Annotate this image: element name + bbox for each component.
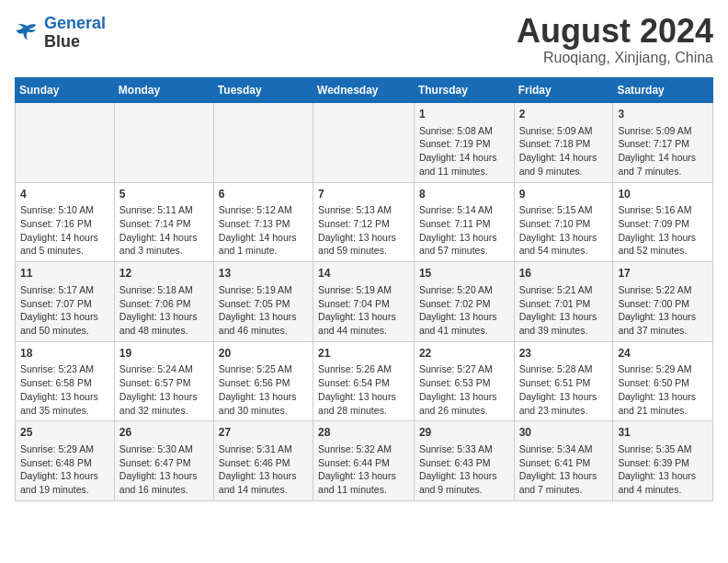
calendar-cell: 13Sunrise: 5:19 AMSunset: 7:05 PMDayligh… — [213, 262, 313, 342]
day-number: 26 — [119, 425, 209, 441]
day-info-line: Sunset: 7:14 PM — [119, 217, 209, 231]
day-info-line: Daylight: 13 hours — [618, 469, 708, 483]
column-header-friday: Friday — [514, 78, 613, 103]
day-number: 1 — [419, 107, 509, 122]
day-info-line: Sunrise: 5:27 AM — [419, 362, 509, 376]
day-info-line: Daylight: 13 hours — [318, 310, 409, 324]
day-info-line: and 3 minutes. — [119, 244, 209, 258]
day-info-line: and 54 minutes. — [519, 244, 609, 258]
day-number: 3 — [618, 107, 708, 122]
day-info-line: and 32 minutes. — [119, 404, 209, 418]
day-number: 15 — [419, 266, 509, 282]
day-info-line: Daylight: 13 hours — [519, 390, 609, 404]
day-info-line: Sunrise: 5:10 AM — [20, 203, 109, 217]
calendar-title: August 2024 — [517, 15, 713, 48]
day-info-line: Sunrise: 5:29 AM — [618, 362, 708, 376]
day-info-line: and 14 minutes. — [219, 483, 308, 497]
day-info-line: and 23 minutes. — [519, 404, 609, 418]
day-number: 29 — [419, 425, 509, 441]
calendar-week-row: 25Sunrise: 5:29 AMSunset: 6:48 PMDayligh… — [16, 421, 713, 501]
day-info-line: Daylight: 13 hours — [519, 231, 609, 245]
day-info-line: and 19 minutes. — [20, 483, 109, 497]
calendar-cell: 14Sunrise: 5:19 AMSunset: 7:04 PMDayligh… — [313, 262, 415, 342]
day-info-line: Daylight: 13 hours — [219, 469, 308, 483]
day-info-line: Daylight: 13 hours — [119, 390, 209, 404]
day-info-line: and 39 minutes. — [519, 324, 609, 338]
day-info-line: Sunset: 7:18 PM — [519, 137, 609, 151]
calendar-cell: 22Sunrise: 5:27 AMSunset: 6:53 PMDayligh… — [414, 341, 514, 421]
day-info-line: and 52 minutes. — [618, 244, 708, 258]
day-info-line: Sunset: 7:10 PM — [519, 217, 609, 231]
day-info-line: Sunrise: 5:35 AM — [618, 442, 708, 456]
calendar-cell: 23Sunrise: 5:28 AMSunset: 6:51 PMDayligh… — [514, 341, 613, 421]
day-info-line: Sunrise: 5:26 AM — [318, 362, 409, 376]
day-number: 8 — [419, 187, 509, 202]
column-header-sunday: Sunday — [16, 78, 115, 103]
day-info-line: Sunset: 7:00 PM — [618, 297, 708, 311]
day-info-line: Daylight: 13 hours — [219, 390, 308, 404]
day-number: 30 — [519, 425, 609, 441]
day-info-line: Daylight: 13 hours — [419, 469, 509, 483]
day-info-line: Sunset: 7:12 PM — [318, 217, 409, 231]
day-number: 25 — [20, 425, 109, 441]
column-header-wednesday: Wednesday — [313, 78, 415, 103]
day-number: 21 — [318, 346, 409, 362]
day-info-line: and 16 minutes. — [119, 483, 209, 497]
calendar-cell: 18Sunrise: 5:23 AMSunset: 6:58 PMDayligh… — [16, 341, 115, 421]
day-info-line: and 28 minutes. — [318, 404, 409, 418]
day-info-line: Daylight: 14 hours — [119, 231, 209, 245]
day-info-line: and 11 minutes. — [419, 165, 509, 178]
day-number: 28 — [318, 425, 409, 441]
day-info-line: Daylight: 13 hours — [119, 310, 209, 324]
day-info-line: Sunrise: 5:08 AM — [419, 124, 509, 138]
day-info-line: Sunrise: 5:15 AM — [519, 203, 609, 217]
day-number: 12 — [119, 266, 209, 282]
calendar-cell: 28Sunrise: 5:32 AMSunset: 6:44 PMDayligh… — [313, 421, 415, 501]
day-info-line: and 41 minutes. — [419, 324, 509, 338]
day-info-line: Sunset: 7:05 PM — [219, 297, 308, 311]
day-info-line: and 9 minutes. — [419, 483, 509, 497]
day-info-line: Sunrise: 5:34 AM — [519, 442, 609, 456]
day-info-line: and 35 minutes. — [20, 404, 109, 418]
day-info-line: Sunset: 6:54 PM — [318, 376, 409, 390]
calendar-cell: 6Sunrise: 5:12 AMSunset: 7:13 PMDaylight… — [213, 182, 313, 262]
day-info-line: Sunrise: 5:17 AM — [20, 283, 109, 297]
day-number: 7 — [318, 187, 409, 202]
day-info-line: Sunset: 7:07 PM — [20, 297, 109, 311]
calendar-cell: 30Sunrise: 5:34 AMSunset: 6:41 PMDayligh… — [514, 421, 613, 501]
day-info-line: Sunset: 6:51 PM — [519, 376, 609, 390]
day-info-line: and 44 minutes. — [318, 324, 409, 338]
day-info-line: Sunrise: 5:09 AM — [618, 124, 708, 138]
calendar-header-row: SundayMondayTuesdayWednesdayThursdayFrid… — [16, 78, 713, 103]
calendar-cell: 24Sunrise: 5:29 AMSunset: 6:50 PMDayligh… — [613, 341, 713, 421]
day-info-line: and 1 minute. — [219, 244, 308, 258]
day-info-line: Sunset: 7:11 PM — [419, 217, 509, 231]
day-info-line: Sunset: 6:39 PM — [618, 456, 708, 470]
day-info-line: Sunset: 6:48 PM — [20, 456, 109, 470]
calendar-cell: 29Sunrise: 5:33 AMSunset: 6:43 PMDayligh… — [414, 421, 514, 501]
day-info-line: Sunset: 7:04 PM — [318, 297, 409, 311]
day-info-line: Daylight: 13 hours — [20, 310, 109, 324]
day-info-line: and 11 minutes. — [318, 483, 409, 497]
day-number: 22 — [419, 346, 509, 362]
day-info-line: Daylight: 13 hours — [419, 390, 509, 404]
day-number: 6 — [219, 187, 308, 202]
day-info-line: Daylight: 14 hours — [618, 151, 708, 165]
day-info-line: Sunrise: 5:13 AM — [318, 203, 409, 217]
calendar-cell: 11Sunrise: 5:17 AMSunset: 7:07 PMDayligh… — [16, 262, 115, 342]
day-info-line: Sunrise: 5:25 AM — [219, 362, 308, 376]
day-number: 27 — [219, 425, 308, 441]
logo-bird-icon — [15, 23, 40, 43]
calendar-subtitle: Ruoqiang, Xinjiang, China — [517, 50, 713, 66]
day-info-line: Sunrise: 5:18 AM — [119, 283, 209, 297]
day-info-line: Sunrise: 5:19 AM — [318, 283, 409, 297]
day-info-line: Sunset: 6:44 PM — [318, 456, 409, 470]
calendar-cell: 26Sunrise: 5:30 AMSunset: 6:47 PMDayligh… — [114, 421, 213, 501]
day-info-line: Sunrise: 5:23 AM — [20, 362, 109, 376]
day-info-line: Daylight: 13 hours — [318, 469, 409, 483]
day-info-line: Sunset: 6:43 PM — [419, 456, 509, 470]
calendar-cell: 5Sunrise: 5:11 AMSunset: 7:14 PMDaylight… — [114, 182, 213, 262]
day-info-line: Daylight: 14 hours — [519, 151, 609, 165]
day-info-line: Daylight: 13 hours — [219, 310, 308, 324]
day-info-line: and 57 minutes. — [419, 244, 509, 258]
